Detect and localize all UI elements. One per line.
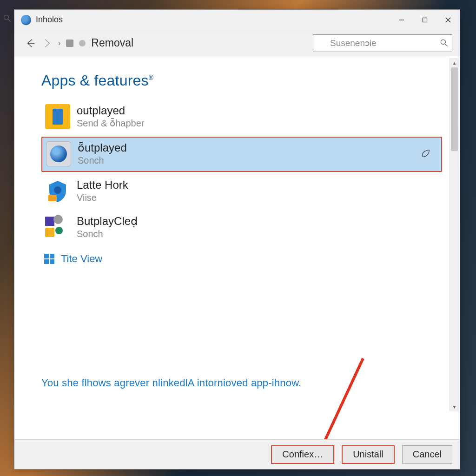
svg-rect-1 bbox=[423, 18, 427, 22]
app-icon bbox=[21, 15, 31, 25]
app-row[interactable]: outplayed Send & ȭhapber bbox=[41, 100, 442, 134]
app-row-selected[interactable]: ȭutplayed Sonch bbox=[41, 137, 442, 172]
app-publisher: Send & ȭhapber bbox=[77, 118, 144, 129]
app-icon bbox=[45, 215, 70, 240]
button-bar: Confiex… Unistall Cancel bbox=[14, 439, 460, 469]
app-icon bbox=[45, 178, 70, 204]
cancel-button[interactable]: Cancel bbox=[402, 445, 452, 464]
scroll-thumb[interactable] bbox=[451, 67, 458, 151]
tile-view-link[interactable]: Tite View bbox=[44, 253, 442, 265]
settings-window: Inholos › Removal Apps & features® outpl… bbox=[14, 9, 460, 469]
minimize-button[interactable] bbox=[390, 10, 413, 30]
svg-line-7 bbox=[445, 44, 448, 46]
close-button[interactable] bbox=[436, 10, 460, 30]
search-wrap bbox=[313, 34, 452, 52]
app-name: Latte Hork bbox=[77, 179, 128, 191]
info-text: You she flhows agrever nlinkedlA intorni… bbox=[41, 377, 301, 389]
scrollbar[interactable]: ▲ ▼ bbox=[450, 58, 459, 411]
app-publisher: Viise bbox=[77, 192, 128, 203]
tile-view-label: Tite View bbox=[61, 253, 102, 265]
content-area: Apps & features® outplayed Send & ȭhapbe… bbox=[14, 56, 460, 439]
app-name: outplayed bbox=[77, 105, 144, 117]
app-name: ButplayCleḍ bbox=[77, 215, 138, 227]
app-icon bbox=[45, 104, 70, 129]
svg-rect-9 bbox=[48, 195, 57, 201]
leaf-icon bbox=[421, 148, 431, 160]
app-name: ȭutplayed bbox=[78, 142, 127, 154]
search-icon bbox=[2, 13, 12, 25]
configure-button[interactable]: Confiex… bbox=[271, 445, 334, 464]
window-title: Inholos bbox=[36, 15, 390, 25]
forward-button[interactable] bbox=[39, 35, 55, 52]
app-publisher: Sonch bbox=[77, 229, 138, 239]
titlebar: Inholos bbox=[14, 10, 460, 30]
chevron-right-icon: › bbox=[58, 39, 60, 47]
page-title: Apps & features® bbox=[41, 72, 460, 89]
svg-point-6 bbox=[441, 40, 445, 44]
breadcrumb-icon bbox=[79, 40, 86, 46]
svg-point-8 bbox=[54, 186, 61, 194]
annotation-arrow bbox=[284, 354, 377, 439]
scroll-up-icon[interactable]: ▲ bbox=[450, 58, 459, 67]
app-publisher: Sonch bbox=[78, 155, 127, 166]
search-input[interactable] bbox=[313, 34, 452, 52]
app-list: outplayed Send & ȭhapber ȭutplayed Sonch bbox=[41, 100, 442, 265]
search-go-icon[interactable] bbox=[439, 38, 449, 49]
app-row[interactable]: Latte Hork Viise bbox=[41, 175, 442, 208]
maximize-button[interactable] bbox=[413, 10, 436, 30]
breadcrumb-icon bbox=[66, 40, 73, 47]
nav-bar: › Removal bbox=[14, 30, 460, 56]
svg-point-4 bbox=[4, 15, 8, 20]
uninstall-button[interactable]: Unistall bbox=[342, 445, 395, 464]
svg-line-10 bbox=[303, 358, 363, 439]
svg-line-5 bbox=[8, 20, 11, 22]
tiles-icon bbox=[44, 254, 54, 264]
back-button[interactable] bbox=[22, 35, 39, 52]
scroll-down-icon[interactable]: ▼ bbox=[450, 402, 459, 411]
app-row[interactable]: ButplayCleḍ Sonch bbox=[41, 211, 442, 245]
breadcrumb-text[interactable]: Removal bbox=[91, 37, 313, 49]
app-icon bbox=[46, 141, 71, 166]
